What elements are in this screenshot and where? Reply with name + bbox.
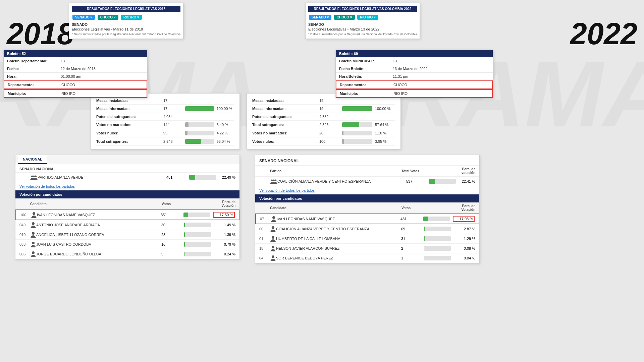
stats-panel-left: Mesas instaladas: 17 Mesas informadas: 1… (91, 93, 240, 149)
party-people-icon-right (270, 179, 277, 184)
chip-senado-left[interactable]: SENADO × (72, 15, 95, 20)
person-icon-1-left (31, 212, 37, 218)
bar-mesas-inf-right (342, 106, 372, 111)
candidate-row-3-left: 010 ANGELICA LISBETH LOZANO CORREA 28 1.… (15, 230, 239, 240)
filter-note-right: * Datos suministrados por la Registradur… (308, 33, 417, 36)
filter-title-right: RESULTADOS ELECCIONES LEGISLATIVAS COLOM… (308, 6, 417, 12)
stats-row-potencial-left: Potencial sufragantes: 4,084 (96, 113, 234, 121)
bar-no-marcados-right (342, 131, 372, 135)
chip-choco-left[interactable]: CHOCO × (98, 15, 118, 20)
filter-panel-left: RESULTADOS ELECCIONES LEGISLATIVAS 2018 … (69, 3, 183, 39)
bar-total-right (342, 122, 372, 127)
candidates-header-left: Votación por candidatos (15, 190, 239, 198)
candidate-row-2-left: 049 ANTONIO JOSE ANDRADE ARRIAGA 30 1.49… (15, 220, 239, 230)
cbar-1-left (183, 213, 210, 217)
party-votes-right: 537 (406, 179, 426, 183)
cbar-3-right (424, 236, 451, 241)
cbar-2-left (184, 223, 211, 227)
bar-nulos-left (185, 131, 214, 135)
stats-row-mesas-inf-right: Mesas informadas: 19 100.00 % (252, 105, 395, 113)
chip-rioiro-left[interactable]: RIO IRO × (121, 15, 142, 20)
svg-point-2 (33, 176, 35, 178)
chip-choco-right[interactable]: CHOCO × (334, 15, 355, 20)
section-title-senado-right: SENADO NACIONAL (255, 155, 479, 166)
svg-point-6 (32, 242, 35, 244)
party-row-left: PARTIDO ALIANZA VERDE 451 22.49 % (15, 173, 239, 182)
bar-nulos-right (342, 139, 372, 144)
svg-point-0 (31, 176, 33, 178)
svg-point-10 (273, 180, 275, 182)
person-icon-1-right (271, 216, 277, 222)
candidate-row-5-right: 04 SOR BERENICE BEDOYA PEREZ 1 0.04 % (255, 253, 479, 263)
person-icon-4-left (30, 241, 36, 247)
filter-chips-right: SENADO × CHOCO × RIO IRO × (308, 14, 417, 20)
info-row-municipio-right: Municipio: RIO IRO (336, 89, 493, 98)
table-panel-right: SENADO NACIONAL Partido Total Votos Porc… (255, 155, 480, 263)
candidates-col-header-left: Candidato Votos Porc. de Votación (15, 198, 239, 209)
candidate-row-1-left: 100 IVAN LEONIDAS NAME VASQUEZ 351 17.50… (15, 209, 239, 220)
chip-senado-right[interactable]: SENADO × (309, 15, 331, 20)
cbar-4-left (184, 242, 211, 247)
party-col-header-right: Partido Total Votos Porc. de votación (255, 166, 479, 177)
stats-row-mesas-inf-left: Mesas informadas: 17 100.00 % (96, 105, 234, 113)
stats-row-nulos-right: Votos nulos: 100 3.95 % (252, 137, 395, 146)
candidate-row-1-right: 07 IVAN LEONIDAS NAME VASQUEZ 431 17.98 … (255, 214, 479, 224)
info-header-right: Boletín: 69 (336, 50, 493, 57)
info-row-hora-right: Hora Boletín: 11:31 pm (336, 73, 493, 80)
info-row-municipio-left: Municipio: RIO IRO (4, 89, 147, 98)
info-row-boletin-dept-left: Boletín Departamental: 13 (4, 57, 147, 65)
svg-point-13 (272, 236, 274, 239)
filter-election-left: Elecciones Legislativas - Marzo 11 de 20… (72, 27, 180, 31)
bar-total-left (185, 139, 214, 144)
person-icon-5-left (30, 251, 36, 257)
year-2018-label: 2018 (7, 17, 74, 51)
svg-point-9 (275, 180, 277, 182)
filter-panel-right: RESULTADOS ELECCIONES LEGISLATIVAS COLOM… (305, 3, 420, 39)
bar-mesas-inf-left (185, 106, 214, 111)
year-2022-label: 2022 (570, 17, 637, 51)
info-row-depto-left: Departamento: CHOCO (4, 80, 147, 89)
candidate-row-2-right: 00 COALICIÓN ALIANZA VERDE Y CENTRO ESPE… (255, 224, 479, 234)
filter-title-left: RESULTADOS ELECCIONES LEGISLATIVAS 2018 (72, 6, 180, 12)
party-bar-left (189, 175, 216, 180)
party-name-left: PARTIDO ALIANZA VERDE (38, 175, 166, 179)
svg-point-12 (272, 226, 274, 229)
party-percent-right: 22.41 % (459, 179, 475, 183)
stats-row-total-right: Total sufragantes: 2,526 57.64 % (252, 121, 395, 129)
person-icon-2-right (270, 226, 276, 232)
svg-point-3 (33, 212, 35, 215)
info-row-fecha-left: Fecha: 12 de Marzo de 2018 (4, 65, 147, 73)
cbar-4-right (424, 246, 451, 251)
view-all-link-left[interactable]: Ver votación de todos los partidos (15, 182, 239, 190)
stats-panel-right: Mesas instaladas: 19 Mesas informadas: 1… (247, 93, 401, 149)
tab-nacional-left[interactable]: NACIONAL (18, 155, 47, 164)
person-icon-3-right (270, 236, 276, 242)
svg-point-11 (272, 216, 275, 219)
stats-row-potencial-right: Potencial sufragantes: 4,382 (252, 113, 395, 121)
chip-rioiro-right[interactable]: RIO IRO × (357, 15, 378, 20)
party-percent-left: 22.49 % (219, 175, 235, 179)
svg-point-5 (32, 232, 35, 235)
person-icon-4-right (270, 245, 276, 251)
svg-point-7 (32, 251, 35, 254)
info-header-left: Boletín: 52 (4, 50, 147, 57)
info-row-fecha-right: Fecha Boletín: 13 de Marzo de 2022 (336, 65, 493, 73)
view-all-link-right[interactable]: Ver votación de todos los partidos (255, 186, 479, 194)
stats-row-total-left: Total sufragantes: 2,248 55.04 % (96, 137, 234, 146)
party-people-icon-left (30, 175, 38, 180)
stats-row-nulos-left: Votos nulos: 95 4.22 % (96, 129, 234, 137)
svg-point-15 (272, 255, 274, 258)
filter-section-left: SENADO (72, 22, 180, 26)
filter-section-right: SENADO (308, 22, 417, 26)
cbar-2-right (424, 227, 451, 231)
party-votes-left: 451 (166, 175, 186, 179)
person-icon-5-right (270, 255, 276, 261)
filter-chips-left: SENADO × CHOCO × RIO IRO × (72, 14, 180, 20)
person-icon-3-left (30, 232, 36, 238)
party-name-right: COALICIÓN ALIANZA VERDE Y CENTRO ESPERAN… (277, 179, 406, 183)
candidate-row-4-left: 033 JUAN LUIS CASTRO CORDOBA 16 0.79 % (15, 240, 239, 249)
svg-point-4 (32, 222, 35, 225)
info-panel-right: Boletín: 69 Boletín MUNICIPAL: 13 Fecha … (335, 50, 493, 98)
candidates-header-right: Votación por candidatos (255, 194, 479, 202)
table-panel-left: NACIONAL SENADO NACIONAL PARTIDO ALIANZA… (15, 155, 240, 259)
